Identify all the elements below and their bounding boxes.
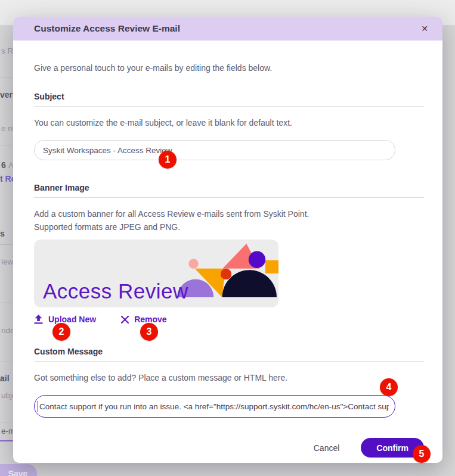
banner-description-line2: Supported formats are JPEG and PNG. bbox=[34, 222, 180, 232]
pink-circle-shape bbox=[188, 259, 199, 269]
banner-section-heading: Banner Image bbox=[34, 183, 424, 198]
upload-new-link[interactable]: Upload New bbox=[34, 315, 96, 324]
bg-text-fragment: ail bbox=[0, 374, 10, 383]
dialog-body: Give a personal touch to your e-mails by… bbox=[13, 63, 442, 458]
dialog-footer: Cancel Confirm bbox=[34, 438, 424, 458]
bg-text-fragment: 6 bbox=[1, 160, 6, 170]
subject-input[interactable]: Syskit Workspaces - Access Review bbox=[34, 140, 395, 160]
bg-divider bbox=[0, 145, 13, 145]
save-button[interactable]: Save bbox=[0, 464, 37, 476]
subject-section-heading: Subject bbox=[34, 92, 424, 107]
remove-x-icon bbox=[121, 316, 129, 323]
cancel-button[interactable]: Cancel bbox=[309, 440, 345, 456]
annotation-badge-4: 4 bbox=[380, 378, 398, 396]
banner-image-preview: Access Review bbox=[34, 239, 278, 307]
banner-actions-row: Upload New Remove bbox=[34, 315, 424, 324]
custom-message-section-heading: Custom Message bbox=[34, 347, 424, 362]
bg-divider bbox=[0, 362, 13, 362]
orange-square-shape bbox=[265, 260, 278, 273]
remove-link[interactable]: Remove bbox=[121, 315, 166, 324]
annotation-badge-5: 5 bbox=[413, 445, 431, 463]
annotation-badge-2: 2 bbox=[52, 323, 70, 341]
banner-description: Add a custom banner for all Access Revie… bbox=[34, 207, 424, 234]
bg-text-fragment: iew bbox=[1, 257, 13, 266]
dialog-title: Customize Access Review E-mail bbox=[34, 23, 417, 34]
custom-message-input[interactable]: Contact support if you run into an issue… bbox=[34, 395, 395, 418]
violet-circle-shape bbox=[249, 251, 265, 268]
customize-email-dialog: Customize Access Review E-mail ✕ Give a … bbox=[13, 17, 442, 463]
subject-description: You can customize the e-mail subject, or… bbox=[34, 116, 424, 129]
banner-description-line1: Add a custom banner for all Access Revie… bbox=[34, 209, 309, 219]
annotation-badge-1: 1 bbox=[159, 151, 177, 169]
bg-input-underline bbox=[0, 440, 13, 441]
text-cursor bbox=[38, 401, 38, 412]
bg-divider bbox=[0, 303, 13, 303]
custom-message-input-value: Contact support if you run into an issue… bbox=[39, 402, 389, 411]
dialog-intro-text: Give a personal touch to your e-mails by… bbox=[34, 63, 424, 73]
banner-graphic: Access Review bbox=[34, 239, 278, 307]
dialog-header: Customize Access Review E-mail ✕ bbox=[13, 17, 442, 41]
bg-text-fragment: s bbox=[0, 229, 5, 238]
subject-input-value: Syskit Workspaces - Access Review bbox=[43, 146, 172, 155]
bg-divider bbox=[0, 77, 13, 77]
upload-new-label: Upload New bbox=[48, 315, 96, 324]
page: s Re vers e re 6 Ac t Re s iew nde ail u… bbox=[0, 0, 455, 476]
banner-image-text: Access Review bbox=[43, 279, 188, 303]
upload-icon bbox=[34, 315, 43, 324]
close-icon[interactable]: ✕ bbox=[417, 22, 432, 35]
bg-divider bbox=[0, 244, 13, 245]
red-circle-shape bbox=[221, 269, 231, 279]
bg-divider bbox=[0, 422, 13, 422]
annotation-badge-3: 3 bbox=[140, 323, 158, 341]
custom-message-description: Got something else to add? Place a custo… bbox=[34, 371, 424, 384]
